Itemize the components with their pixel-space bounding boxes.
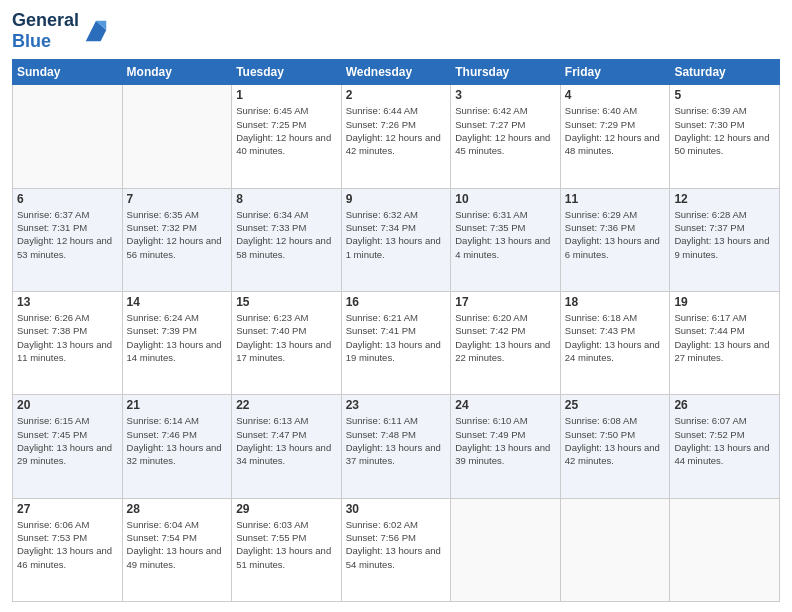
calendar-week-row: 6Sunrise: 6:37 AM Sunset: 7:31 PM Daylig… — [13, 188, 780, 291]
day-number: 21 — [127, 398, 228, 412]
calendar-col-tuesday: Tuesday — [232, 60, 342, 85]
day-number: 5 — [674, 88, 775, 102]
day-info: Sunrise: 6:13 AM Sunset: 7:47 PM Dayligh… — [236, 414, 337, 467]
day-number: 20 — [17, 398, 118, 412]
calendar-cell: 10Sunrise: 6:31 AM Sunset: 7:35 PM Dayli… — [451, 188, 561, 291]
calendar-cell: 6Sunrise: 6:37 AM Sunset: 7:31 PM Daylig… — [13, 188, 123, 291]
calendar-cell: 28Sunrise: 6:04 AM Sunset: 7:54 PM Dayli… — [122, 498, 232, 601]
calendar-cell — [122, 85, 232, 188]
calendar-cell: 1Sunrise: 6:45 AM Sunset: 7:25 PM Daylig… — [232, 85, 342, 188]
day-number: 16 — [346, 295, 447, 309]
calendar-cell: 19Sunrise: 6:17 AM Sunset: 7:44 PM Dayli… — [670, 292, 780, 395]
calendar-cell: 9Sunrise: 6:32 AM Sunset: 7:34 PM Daylig… — [341, 188, 451, 291]
day-info: Sunrise: 6:31 AM Sunset: 7:35 PM Dayligh… — [455, 208, 556, 261]
day-info: Sunrise: 6:02 AM Sunset: 7:56 PM Dayligh… — [346, 518, 447, 571]
day-number: 2 — [346, 88, 447, 102]
calendar-cell: 11Sunrise: 6:29 AM Sunset: 7:36 PM Dayli… — [560, 188, 670, 291]
day-info: Sunrise: 6:14 AM Sunset: 7:46 PM Dayligh… — [127, 414, 228, 467]
day-number: 23 — [346, 398, 447, 412]
day-number: 29 — [236, 502, 337, 516]
calendar-col-monday: Monday — [122, 60, 232, 85]
calendar-col-thursday: Thursday — [451, 60, 561, 85]
day-number: 9 — [346, 192, 447, 206]
header: General Blue — [12, 10, 780, 51]
calendar-cell: 8Sunrise: 6:34 AM Sunset: 7:33 PM Daylig… — [232, 188, 342, 291]
logo-name: General Blue — [12, 10, 79, 51]
day-number: 26 — [674, 398, 775, 412]
calendar-cell: 24Sunrise: 6:10 AM Sunset: 7:49 PM Dayli… — [451, 395, 561, 498]
day-info: Sunrise: 6:15 AM Sunset: 7:45 PM Dayligh… — [17, 414, 118, 467]
calendar-col-sunday: Sunday — [13, 60, 123, 85]
day-info: Sunrise: 6:44 AM Sunset: 7:26 PM Dayligh… — [346, 104, 447, 157]
day-number: 28 — [127, 502, 228, 516]
day-info: Sunrise: 6:20 AM Sunset: 7:42 PM Dayligh… — [455, 311, 556, 364]
day-number: 15 — [236, 295, 337, 309]
day-number: 24 — [455, 398, 556, 412]
day-info: Sunrise: 6:08 AM Sunset: 7:50 PM Dayligh… — [565, 414, 666, 467]
logo-icon — [82, 17, 110, 45]
calendar-cell: 17Sunrise: 6:20 AM Sunset: 7:42 PM Dayli… — [451, 292, 561, 395]
day-info: Sunrise: 6:34 AM Sunset: 7:33 PM Dayligh… — [236, 208, 337, 261]
day-number: 18 — [565, 295, 666, 309]
calendar-week-row: 1Sunrise: 6:45 AM Sunset: 7:25 PM Daylig… — [13, 85, 780, 188]
calendar-cell: 20Sunrise: 6:15 AM Sunset: 7:45 PM Dayli… — [13, 395, 123, 498]
calendar-table: SundayMondayTuesdayWednesdayThursdayFrid… — [12, 59, 780, 602]
day-info: Sunrise: 6:11 AM Sunset: 7:48 PM Dayligh… — [346, 414, 447, 467]
day-info: Sunrise: 6:28 AM Sunset: 7:37 PM Dayligh… — [674, 208, 775, 261]
calendar-cell: 23Sunrise: 6:11 AM Sunset: 7:48 PM Dayli… — [341, 395, 451, 498]
day-info: Sunrise: 6:24 AM Sunset: 7:39 PM Dayligh… — [127, 311, 228, 364]
day-info: Sunrise: 6:18 AM Sunset: 7:43 PM Dayligh… — [565, 311, 666, 364]
day-info: Sunrise: 6:07 AM Sunset: 7:52 PM Dayligh… — [674, 414, 775, 467]
calendar-cell: 26Sunrise: 6:07 AM Sunset: 7:52 PM Dayli… — [670, 395, 780, 498]
day-number: 19 — [674, 295, 775, 309]
day-info: Sunrise: 6:21 AM Sunset: 7:41 PM Dayligh… — [346, 311, 447, 364]
calendar-cell: 22Sunrise: 6:13 AM Sunset: 7:47 PM Dayli… — [232, 395, 342, 498]
calendar-cell: 13Sunrise: 6:26 AM Sunset: 7:38 PM Dayli… — [13, 292, 123, 395]
day-info: Sunrise: 6:17 AM Sunset: 7:44 PM Dayligh… — [674, 311, 775, 364]
day-number: 11 — [565, 192, 666, 206]
calendar-week-row: 13Sunrise: 6:26 AM Sunset: 7:38 PM Dayli… — [13, 292, 780, 395]
day-number: 13 — [17, 295, 118, 309]
calendar-cell: 15Sunrise: 6:23 AM Sunset: 7:40 PM Dayli… — [232, 292, 342, 395]
calendar-cell: 25Sunrise: 6:08 AM Sunset: 7:50 PM Dayli… — [560, 395, 670, 498]
calendar-col-saturday: Saturday — [670, 60, 780, 85]
day-info: Sunrise: 6:03 AM Sunset: 7:55 PM Dayligh… — [236, 518, 337, 571]
day-info: Sunrise: 6:40 AM Sunset: 7:29 PM Dayligh… — [565, 104, 666, 157]
calendar-cell: 14Sunrise: 6:24 AM Sunset: 7:39 PM Dayli… — [122, 292, 232, 395]
day-number: 7 — [127, 192, 228, 206]
calendar-cell: 7Sunrise: 6:35 AM Sunset: 7:32 PM Daylig… — [122, 188, 232, 291]
page: General Blue SundayMondayTuesdayWednesda… — [0, 0, 792, 612]
calendar-cell — [451, 498, 561, 601]
day-info: Sunrise: 6:06 AM Sunset: 7:53 PM Dayligh… — [17, 518, 118, 571]
calendar-cell — [560, 498, 670, 601]
day-info: Sunrise: 6:39 AM Sunset: 7:30 PM Dayligh… — [674, 104, 775, 157]
day-info: Sunrise: 6:10 AM Sunset: 7:49 PM Dayligh… — [455, 414, 556, 467]
day-info: Sunrise: 6:23 AM Sunset: 7:40 PM Dayligh… — [236, 311, 337, 364]
calendar-cell: 12Sunrise: 6:28 AM Sunset: 7:37 PM Dayli… — [670, 188, 780, 291]
calendar-cell: 3Sunrise: 6:42 AM Sunset: 7:27 PM Daylig… — [451, 85, 561, 188]
calendar-col-wednesday: Wednesday — [341, 60, 451, 85]
day-number: 1 — [236, 88, 337, 102]
calendar-cell: 29Sunrise: 6:03 AM Sunset: 7:55 PM Dayli… — [232, 498, 342, 601]
day-number: 14 — [127, 295, 228, 309]
calendar-week-row: 20Sunrise: 6:15 AM Sunset: 7:45 PM Dayli… — [13, 395, 780, 498]
calendar-cell: 2Sunrise: 6:44 AM Sunset: 7:26 PM Daylig… — [341, 85, 451, 188]
day-info: Sunrise: 6:37 AM Sunset: 7:31 PM Dayligh… — [17, 208, 118, 261]
calendar-cell — [670, 498, 780, 601]
calendar-cell: 16Sunrise: 6:21 AM Sunset: 7:41 PM Dayli… — [341, 292, 451, 395]
calendar-cell: 18Sunrise: 6:18 AM Sunset: 7:43 PM Dayli… — [560, 292, 670, 395]
day-number: 22 — [236, 398, 337, 412]
day-number: 8 — [236, 192, 337, 206]
calendar-cell: 21Sunrise: 6:14 AM Sunset: 7:46 PM Dayli… — [122, 395, 232, 498]
calendar-col-friday: Friday — [560, 60, 670, 85]
calendar-header-row: SundayMondayTuesdayWednesdayThursdayFrid… — [13, 60, 780, 85]
logo-text-block: General Blue — [12, 10, 110, 51]
day-info: Sunrise: 6:42 AM Sunset: 7:27 PM Dayligh… — [455, 104, 556, 157]
calendar-week-row: 27Sunrise: 6:06 AM Sunset: 7:53 PM Dayli… — [13, 498, 780, 601]
day-info: Sunrise: 6:29 AM Sunset: 7:36 PM Dayligh… — [565, 208, 666, 261]
day-info: Sunrise: 6:45 AM Sunset: 7:25 PM Dayligh… — [236, 104, 337, 157]
logo: General Blue — [12, 10, 110, 51]
day-number: 6 — [17, 192, 118, 206]
day-number: 10 — [455, 192, 556, 206]
day-info: Sunrise: 6:35 AM Sunset: 7:32 PM Dayligh… — [127, 208, 228, 261]
